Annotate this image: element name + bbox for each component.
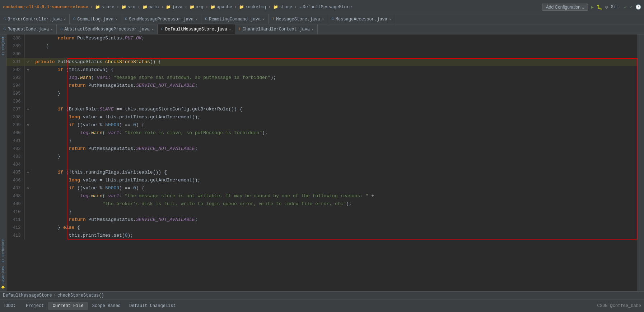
- breadcrumb-store2[interactable]: 📁 store: [273, 5, 292, 10]
- close-commitlog[interactable]: ✕: [115, 17, 117, 22]
- breadcrumb-apache[interactable]: 📁 apache: [210, 5, 232, 10]
- breadcrumb-src[interactable]: 📁 src: [121, 5, 135, 10]
- code-line: return PutMessageStatus.PUT_OK;: [32, 34, 638, 42]
- folder-icon2: 📁: [121, 5, 126, 9]
- gutter: ▽: [24, 121, 32, 129]
- git-check1[interactable]: ✓: [624, 4, 627, 10]
- close-messagestore[interactable]: ✕: [322, 17, 324, 22]
- code-line: [32, 50, 638, 58]
- sep4: ›: [161, 4, 164, 10]
- sep6: ›: [206, 4, 209, 10]
- close-remotingcommand[interactable]: ✕: [262, 17, 265, 22]
- breadcrumb-java[interactable]: 📁 java: [166, 5, 182, 10]
- breadcrumb-bar: DefaultMessageStore › checkStoreStatus(): [0, 291, 644, 299]
- debug-icon[interactable]: 🐛: [597, 4, 602, 10]
- breadcrumb-main[interactable]: 📁 main: [143, 5, 159, 10]
- todo-label: TODO:: [3, 303, 16, 308]
- close-abstractsend[interactable]: ✕: [151, 27, 154, 32]
- tab-requestcode[interactable]: C RequestCode.java ✕: [0, 24, 57, 34]
- bottom-tab-default-changelist[interactable]: Default Changelist: [125, 302, 180, 310]
- code-line: return PutMessageStatus.SERVICE_NOT_AVAI…: [32, 216, 638, 224]
- table-row: 406 long value = this.printTimes.getAndI…: [6, 176, 638, 184]
- git-clock[interactable]: 🕐: [635, 4, 641, 10]
- close-defaultmessagestore[interactable]: ✕: [229, 27, 231, 32]
- line-number: 404: [6, 161, 24, 169]
- tab-abstractsend[interactable]: C AbstractSendMessageProcessor.java ✕: [57, 24, 158, 34]
- code-line: if ((value % 50000) == 0) {: [32, 121, 638, 129]
- table-row: 402 return PutMessageStatus.SERVICE_NOT_…: [6, 145, 638, 153]
- table-row: 403 }: [6, 153, 638, 161]
- sep2: ›: [116, 4, 119, 10]
- tab-channelhandlercontext[interactable]: I ChannelHandlerContext.java ✕: [235, 24, 318, 34]
- topbar-right: Add Configuration... ▶ 🐛 ⚙ Git: ✓ ✓ 🕐: [542, 4, 641, 11]
- table-row: 405 ▽ if (!this.runningFlags.isWriteable…: [6, 169, 638, 176]
- profile-icon[interactable]: ⚙: [605, 4, 608, 10]
- line-number: 412: [6, 224, 24, 232]
- close-brokercontroller[interactable]: ✕: [64, 17, 66, 22]
- gutter: [24, 232, 32, 240]
- code-line: if ((value % 50000) == 0) {: [32, 184, 638, 192]
- close-requestcode[interactable]: ✕: [51, 27, 53, 32]
- breadcrumb-method: checkStoreStatus(): [57, 293, 104, 298]
- line-number: 390: [6, 50, 24, 58]
- code-line: }: [32, 42, 638, 50]
- tab-defaultmessagestore[interactable]: C DefaultMessageStore.java ✕: [158, 24, 235, 34]
- project-label[interactable]: 1: Project: [1, 34, 5, 57]
- breadcrumb-class[interactable]: ☕ DefaultMessageStore: [299, 5, 352, 10]
- code-table: 388 return PutMessageStatus.PUT_OK; 389 …: [6, 34, 638, 240]
- breadcrumb-rocketmq[interactable]: 📁 rocketmq: [239, 5, 266, 10]
- favorites-label[interactable]: ⭐ Favorites: [1, 264, 5, 291]
- git-check2[interactable]: ✓: [630, 4, 633, 10]
- tab-remotingcommand[interactable]: C RemotingCommand.java ✕: [201, 14, 269, 24]
- tab-bar-row2: C RequestCode.java ✕ C AbstractSendMessa…: [0, 24, 644, 34]
- gutter-arrow2: ▽: [27, 68, 29, 72]
- table-row: 404: [6, 161, 638, 169]
- table-row: 389 }: [6, 42, 638, 50]
- tab-messageaccessor[interactable]: C MessageAccessor.java ✕: [328, 14, 395, 24]
- gutter-arrow6: ▽: [27, 187, 29, 190]
- table-row: 408 log.warn( var1: "the message store i…: [6, 192, 638, 200]
- close-sendmessageprocessor[interactable]: ✕: [195, 17, 197, 22]
- tab-messagestore[interactable]: I MessageStore.java ✕: [269, 14, 328, 24]
- structure-label[interactable]: Z: Structure: [1, 237, 5, 264]
- gutter: [24, 82, 32, 90]
- code-line: long value = this.printTimes.getAndIncre…: [32, 113, 638, 121]
- close-messageaccessor[interactable]: ✕: [389, 17, 391, 22]
- code-line: [32, 161, 638, 169]
- line-number: 406: [6, 176, 24, 184]
- line-number: 400: [6, 129, 24, 137]
- run-icon[interactable]: ▶: [591, 4, 594, 10]
- add-config-button[interactable]: Add Configuration...: [542, 4, 588, 11]
- bottom-tab-current-file[interactable]: Current File: [48, 302, 88, 310]
- line-number: 394: [6, 82, 24, 90]
- code-line: [32, 98, 638, 105]
- code-line: }: [32, 208, 638, 216]
- code-scroll[interactable]: 388 return PutMessageStatus.PUT_OK; 389 …: [6, 34, 638, 291]
- tab-sendmessageprocessor[interactable]: C SendMessageProcessor.java ✕: [121, 14, 201, 24]
- code-wrapper: 388 return PutMessageStatus.PUT_OK; 389 …: [6, 34, 638, 240]
- tab-brokercontroller[interactable]: C BrokerController.java ✕: [0, 14, 70, 24]
- breadcrumb-store[interactable]: 📁 store: [95, 5, 114, 10]
- code-line: log.warn( var1: "the message store is no…: [32, 192, 638, 200]
- sep5: ›: [185, 4, 187, 10]
- breadcrumb-org[interactable]: 📁 org: [190, 5, 204, 10]
- code-line: } else {: [32, 224, 638, 232]
- i-icon: I: [272, 17, 274, 21]
- bottom-tab-project[interactable]: Project: [22, 302, 48, 310]
- folder-icon3: 📁: [143, 5, 148, 9]
- close-channelhandlercontext[interactable]: ✕: [312, 27, 314, 32]
- line-number: 396: [6, 98, 24, 105]
- tab-commitlog[interactable]: C CommitLog.java ✕: [70, 14, 121, 24]
- bottom-tab-scope-based[interactable]: Scope Based: [88, 302, 125, 310]
- gutter: ▽: [24, 66, 32, 74]
- code-line: this.printTimes.set(0);: [32, 232, 638, 240]
- c-icon8: C: [161, 27, 163, 31]
- folder-icon5: 📁: [190, 5, 195, 9]
- c-icon5: C: [332, 17, 334, 21]
- line-number: 397: [6, 105, 24, 113]
- folder-icon: 📁: [95, 5, 100, 9]
- line-number: 399: [6, 121, 24, 129]
- breadcrumb-sep: ›: [53, 293, 56, 298]
- table-row: 397 ▽ if (BrokerRole.SLAVE == this.messa…: [6, 105, 638, 113]
- line-number: 408: [6, 192, 24, 200]
